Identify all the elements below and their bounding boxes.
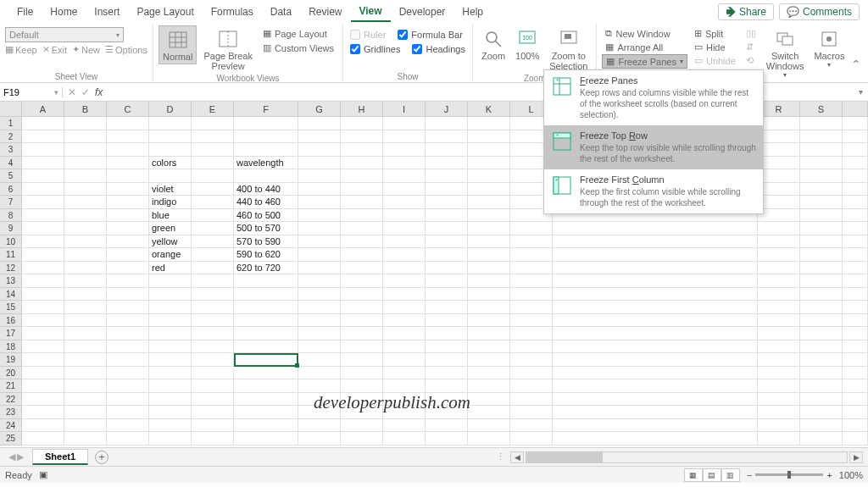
hscroll-right[interactable]: ▶	[849, 451, 863, 463]
cell-A4[interactable]	[22, 157, 64, 170]
cell-A12[interactable]	[22, 262, 64, 275]
new-window-button[interactable]: ⧉New Window	[602, 27, 687, 40]
cell-B15[interactable]	[64, 301, 107, 314]
freeze-first-column-option[interactable]: * Freeze First Column Keep the first col…	[544, 169, 763, 213]
macro-record-icon[interactable]: ▣	[39, 469, 47, 480]
cell-A13[interactable]	[22, 274, 64, 288]
cell-R24[interactable]	[758, 419, 800, 433]
cell-I7[interactable]	[383, 196, 426, 209]
cell-K4[interactable]	[468, 157, 510, 170]
cell-G1[interactable]	[298, 117, 341, 130]
cell-E23[interactable]	[192, 406, 234, 419]
cell-I20[interactable]	[383, 367, 426, 380]
cell-H23[interactable]	[341, 406, 383, 419]
cell-J21[interactable]	[426, 379, 468, 393]
cell-C14[interactable]	[107, 288, 149, 302]
menu-developer[interactable]: Developer	[391, 3, 454, 21]
cell-D12[interactable]: red	[149, 262, 192, 275]
cell-G7[interactable]	[298, 196, 341, 209]
cell-J1[interactable]	[426, 117, 468, 130]
cell-I1[interactable]	[383, 117, 426, 130]
cell-J23[interactable]	[426, 406, 468, 419]
cell-F6[interactable]: 400 to 440	[234, 183, 298, 196]
cell-K25[interactable]	[468, 432, 510, 445]
cell-C6[interactable]	[107, 183, 149, 196]
cell-J3[interactable]	[426, 143, 468, 157]
cell-A22[interactable]	[22, 393, 64, 407]
cell-R6[interactable]	[758, 183, 800, 196]
cell-L11[interactable]	[510, 248, 553, 262]
headings-checkbox[interactable]: Headings	[410, 43, 466, 55]
menu-file[interactable]: File	[8, 3, 42, 21]
cell-D8[interactable]: blue	[149, 209, 192, 223]
cell-I16[interactable]	[383, 314, 426, 328]
cell-H12[interactable]	[341, 262, 383, 275]
cell-L16[interactable]	[510, 314, 553, 328]
cell-C16[interactable]	[107, 314, 149, 328]
col-header-B[interactable]: B	[64, 102, 107, 116]
cell-L12[interactable]	[510, 262, 553, 275]
cell-A14[interactable]	[22, 288, 64, 302]
cell-H25[interactable]	[341, 432, 383, 445]
cell-D4[interactable]: colors	[149, 157, 192, 170]
cell-G11[interactable]	[298, 248, 341, 262]
cell-C20[interactable]	[107, 367, 149, 380]
cell-R14[interactable]	[758, 288, 800, 302]
zoom-100-button[interactable]: 100 100%	[512, 25, 542, 63]
col-header-R[interactable]: R	[758, 102, 800, 116]
cell-F8[interactable]: 460 to 500	[234, 209, 298, 223]
row-header-22[interactable]: 22	[0, 393, 22, 407]
cell-S5[interactable]	[800, 169, 843, 183]
cell-L22[interactable]	[510, 393, 553, 407]
cell-S12[interactable]	[800, 262, 843, 275]
cell-C21[interactable]	[107, 379, 149, 393]
menu-insert[interactable]: Insert	[86, 3, 128, 21]
cell-A2[interactable]	[22, 130, 64, 144]
cell-E3[interactable]	[192, 143, 234, 157]
cell-S14[interactable]	[800, 288, 843, 302]
cell-S6[interactable]	[800, 183, 843, 196]
cell-S19[interactable]	[800, 353, 843, 367]
row-header-5[interactable]: 5	[0, 169, 22, 183]
cell-I9[interactable]	[383, 222, 426, 235]
cell-R18[interactable]	[758, 340, 800, 354]
cell-L20[interactable]	[510, 367, 553, 380]
row-header-19[interactable]: 19	[0, 353, 22, 367]
cell-H13[interactable]	[341, 274, 383, 288]
zoom-slider[interactable]: − +	[747, 470, 832, 480]
cell-A21[interactable]	[22, 379, 64, 393]
cancel-icon[interactable]: ✕	[68, 86, 76, 98]
cell-G17[interactable]	[298, 327, 341, 340]
cell-H17[interactable]	[341, 327, 383, 340]
cell-D1[interactable]	[149, 117, 192, 130]
cell-J6[interactable]	[426, 183, 468, 196]
cell-D5[interactable]	[149, 169, 192, 183]
cell-L9[interactable]	[510, 222, 553, 235]
cell-S18[interactable]	[800, 340, 843, 354]
cell-I8[interactable]	[383, 209, 426, 223]
cell-K10[interactable]	[468, 235, 510, 249]
cell-B13[interactable]	[64, 274, 107, 288]
cell-D3[interactable]	[149, 143, 192, 157]
cell-L17[interactable]	[510, 327, 553, 340]
cell-R12[interactable]	[758, 262, 800, 275]
row-header-23[interactable]: 23	[0, 406, 22, 419]
cell-F15[interactable]	[234, 301, 298, 314]
cell-J19[interactable]	[426, 353, 468, 367]
cell-H1[interactable]	[341, 117, 383, 130]
sheet-view-exit[interactable]: ⨯Exit	[42, 44, 67, 55]
cell-D20[interactable]	[149, 367, 192, 380]
custom-views-button[interactable]: ▥Custom Views	[259, 42, 337, 54]
cell-R1[interactable]	[758, 117, 800, 130]
col-header-G[interactable]: G	[298, 102, 341, 116]
cell-F9[interactable]: 500 to 570	[234, 222, 298, 235]
cell-K24[interactable]	[468, 419, 510, 433]
col-header-S[interactable]: S	[800, 102, 843, 116]
cell-C15[interactable]	[107, 301, 149, 314]
sheet-nav-next[interactable]: ▶	[17, 451, 24, 462]
cell-S11[interactable]	[800, 248, 843, 262]
cell-F24[interactable]	[234, 419, 298, 433]
cell-D14[interactable]	[149, 288, 192, 302]
cell-C13[interactable]	[107, 274, 149, 288]
cell-S2[interactable]	[800, 130, 843, 144]
